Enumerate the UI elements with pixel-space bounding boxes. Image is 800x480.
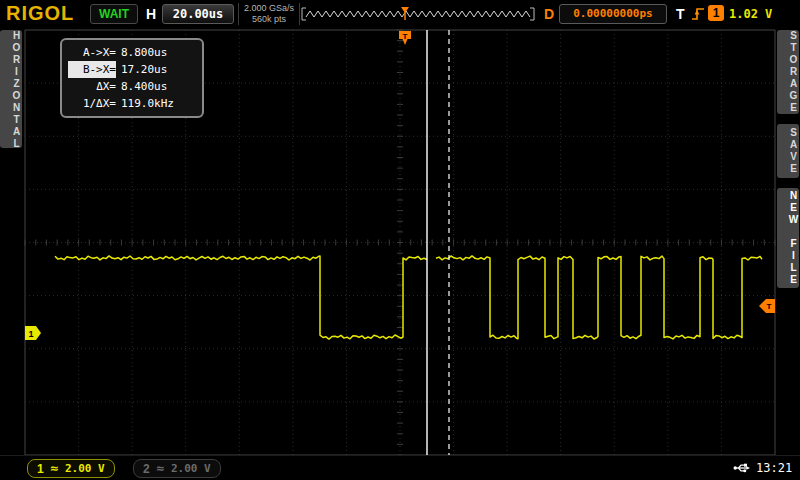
cursor-row-dx: ΔX=8.400us <box>68 78 196 95</box>
trigger-position-marker[interactable]: T <box>399 31 411 45</box>
menu-title-horizontal: HORIZONTAL <box>0 30 22 148</box>
timebase-readout[interactable]: 20.00us <box>162 4 234 24</box>
memory-depth-value: 560k pts <box>239 14 299 25</box>
cursor-b-value: 17.20us <box>121 63 167 76</box>
usb-icon <box>733 461 751 475</box>
channel1-number: 1 <box>37 462 44 476</box>
trigger-label: T <box>676 6 685 22</box>
trigger-level-marker[interactable]: T <box>759 299 775 313</box>
ch1-waveform <box>55 256 762 339</box>
cursor-freq-value: 119.0kHz <box>121 97 174 110</box>
memory-trigger-marker[interactable] <box>401 7 409 13</box>
channel2-number: 2 <box>143 462 150 476</box>
horizontal-label: H <box>146 6 156 22</box>
delay-label: D <box>544 6 554 22</box>
channel1-scale: 2.00 V <box>65 462 105 475</box>
channel2-badge[interactable]: 2 ≈ 2.00 V <box>133 459 221 478</box>
cursor-a-value: 8.800us <box>121 46 167 59</box>
menu-title-storage: STORAGE <box>777 30 799 114</box>
cursor-freq-label: 1/ΔX= <box>68 95 116 112</box>
svg-text:T: T <box>767 302 772 311</box>
run-state-badge[interactable]: WAIT <box>90 4 138 24</box>
cursor-row-freq: 1/ΔX=119.0kHz <box>68 95 196 112</box>
trigger-source-badge[interactable]: 1 <box>708 5 724 21</box>
memory-waveform-preview <box>306 11 530 17</box>
svg-text:1: 1 <box>28 329 33 339</box>
menu-item-new-file[interactable]: NEW FILE <box>777 188 799 288</box>
cursor-row-b: B->X=17.20us <box>68 61 196 78</box>
cursor-readout-box: A->X=8.800us B->X=17.20us ΔX=8.400us 1/Δ… <box>60 38 204 118</box>
memory-position-bar <box>300 7 536 21</box>
channel2-scale: 2.00 V <box>171 462 211 475</box>
top-bar: RIGOL WAIT H 20.00us 2.000 GSa/s 560k pt… <box>0 0 800 28</box>
cursor-b-label: B->X= <box>68 61 116 78</box>
cursor-a-label: A->X= <box>68 44 116 61</box>
cursor-dx-value: 8.400us <box>121 80 167 93</box>
svg-text:T: T <box>403 32 408 41</box>
cursor-row-a: A->X=8.800us <box>68 44 196 61</box>
channel1-level-marker[interactable]: 1 <box>25 326 41 340</box>
trigger-level-readout: 1.02 V <box>729 7 772 21</box>
sample-rate-value: 2.000 GSa/s <box>239 3 299 14</box>
clock: 13:21 <box>756 461 792 475</box>
cursor-dx-label: ΔX= <box>68 78 116 95</box>
menu-item-save[interactable]: SAVE <box>777 124 799 178</box>
channel2-coupling-icon: ≈ <box>156 462 165 475</box>
rigol-logo: RIGOL <box>6 2 74 25</box>
trigger-edge-icon <box>691 6 705 22</box>
channel1-coupling-icon: ≈ <box>50 462 59 475</box>
channel1-badge[interactable]: 1 ≈ 2.00 V <box>27 459 115 478</box>
oscilloscope-screen: T1T RIGOL WAIT H 20.00us 2.000 GSa/s 560… <box>0 0 800 480</box>
bottom-bar: 1 ≈ 2.00 V 2 ≈ 2.00 V 13:21 <box>0 455 800 480</box>
acquisition-info: 2.000 GSa/s 560k pts <box>238 3 300 25</box>
delay-readout: 0.00000000ps <box>559 4 667 24</box>
